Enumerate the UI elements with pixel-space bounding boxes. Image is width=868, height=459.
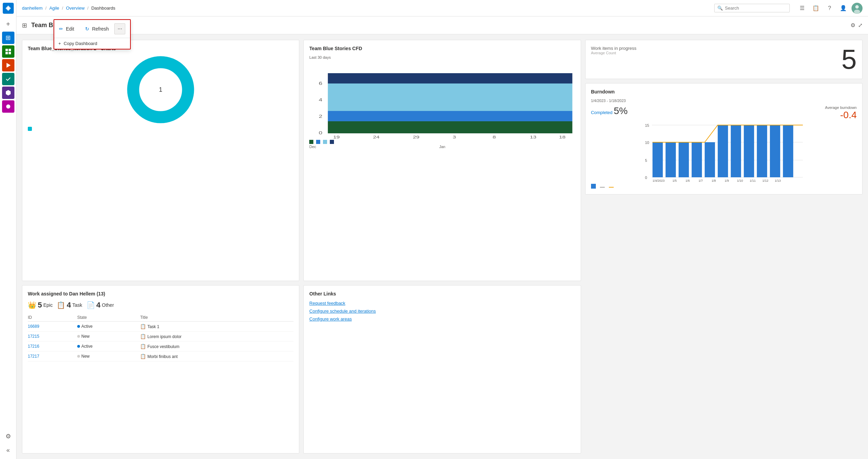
search-box[interactable]: 🔍 [714,4,790,12]
help-icon[interactable]: ? [824,3,835,14]
cfd-chart-title: Team Blue Stories CFD [309,46,362,51]
svg-text:6: 6 [319,81,322,86]
row-id[interactable]: 16689 [28,321,77,331]
add-project-button[interactable]: + [2,18,14,30]
other-link-item[interactable]: Configure work areas [309,316,575,322]
burndown-legend-gray [600,185,605,188]
donut-chart-card: Team Blue_Stories_Iteration 2 - Charts 1 [22,40,299,281]
table-row: 16689 Active 📋Task 1 [28,321,293,331]
work-count-row: 👑 5 Epic 📋 4 Task 📄 4 Other [28,301,293,310]
svg-text:10: 10 [645,141,649,145]
work-items-sublabel: Average Count [591,51,637,55]
svg-text:19: 19 [333,135,340,138]
epic-icon: 👑 [28,301,36,309]
row-id[interactable]: 17215 [28,331,77,341]
search-icon: 🔍 [717,5,723,11]
row-state: Active [77,341,140,351]
breadcrumb-agile[interactable]: Agile [49,5,59,11]
cfd-legend-dark [330,140,334,144]
more-options-button[interactable]: ··· [114,23,125,34]
svg-rect-46 [744,125,754,177]
state-dot [77,325,80,328]
svg-text:1/4/2023: 1/4/2023 [652,179,664,182]
svg-rect-22 [328,111,572,121]
svg-text:5: 5 [645,158,647,163]
epic-number: 5 [38,301,42,310]
row-id[interactable]: 17216 [28,341,77,351]
other-links-list: Request feedbackConfigure schedule and i… [309,301,575,322]
svg-text:1/5: 1/5 [672,179,677,182]
copy-plus-icon: + [58,41,61,46]
avatar[interactable] [852,3,863,14]
row-id[interactable]: 17217 [28,351,77,361]
cfd-legend-blue [316,140,320,144]
cfd-legend-green [309,140,313,144]
row-state: New [77,351,140,361]
cfd-legend-light [323,140,327,144]
table-row: 17215 New 📋Lorem ipsum dolor [28,331,293,341]
svg-rect-0 [5,49,8,51]
svg-rect-2 [5,52,8,54]
cfd-chart: 0 2 4 6 [309,63,575,138]
burndown-avg-val: -0.4 [825,110,857,121]
svg-text:15: 15 [645,123,649,127]
overview-icon[interactable]: ⊞ [2,32,14,44]
breadcrumb-sep-2: / [62,5,63,11]
table-row: 17216 Active 📋Fusce vestibulum [28,341,293,351]
svg-rect-23 [328,121,572,133]
task-icon: 📋 [140,344,146,349]
other-links-card: Other Links Request feedbackConfigure sc… [303,285,581,454]
test-icon[interactable] [2,73,14,85]
work-assigned-card: Work assigned to Dan Hellem (13) 👑 5 Epi… [22,285,299,454]
row-title: 📋Task 1 [140,321,293,331]
artifacts-icon[interactable] [2,87,14,99]
breadcrumb-danhellem[interactable]: danhellem [22,5,43,11]
other-link-item[interactable]: Configure schedule and iterations [309,309,575,314]
app-logo[interactable] [3,3,14,14]
list-icon[interactable]: ☰ [797,3,808,14]
edit-button[interactable]: Edit [66,26,74,32]
svg-text:13: 13 [530,135,536,138]
clipboard-icon[interactable]: 📋 [810,3,821,14]
svg-text:1/8: 1/8 [711,179,716,182]
svg-text:1/10: 1/10 [737,179,743,182]
svg-text:24: 24 [373,135,380,138]
svg-rect-3 [9,52,11,54]
dashboard-header: ⊞ Team Blue - Overview ▾ ☆ 👤+ ✏ Edit ↻ R… [16,16,868,34]
svg-rect-39 [652,142,663,177]
other-links-title: Other Links [309,291,575,296]
burndown-legend [591,184,857,189]
row-state: Active [77,321,140,331]
row-state: New [77,331,140,341]
donut-legend [28,127,293,131]
donut-chart: 1 [28,55,293,124]
boards-icon[interactable] [2,45,14,58]
user-icon[interactable]: 👤 [838,3,849,14]
burndown-avg-label: Average burndown [825,105,857,110]
cfd-spacer [488,145,575,149]
settings-icon[interactable]: ⚙ [2,430,14,443]
dashboard-grid-icon: ⊞ [22,22,27,29]
sidebar: + ⊞ ⚙ « [0,0,16,459]
task-icon: 📋 [140,324,146,329]
settings-gear-icon[interactable]: ⚙ [850,22,855,29]
copy-dashboard-button[interactable]: + Copy Dashboard [54,38,130,49]
breadcrumb-sep-1: / [45,5,47,11]
refresh-cycle-icon: ↻ [85,26,89,32]
nav-icons: ☰ 📋 ? 👤 [797,3,863,14]
collapse-icon[interactable]: « [2,444,14,456]
other-icon: 📄 [86,301,95,309]
breadcrumb-dashboards: Dashboards [91,5,115,11]
burndown-chart: 0 5 10 15 [591,121,857,182]
breadcrumb-overview[interactable]: Overview [66,5,84,11]
main-area: danhellem / Agile / Overview / Dashboard… [16,0,868,459]
table-row: 17217 New 📋Morbi finibus ant [28,351,293,361]
svg-text:0: 0 [645,176,647,180]
extra-icon[interactable] [2,100,14,113]
svg-text:1/13: 1/13 [775,179,781,182]
refresh-button[interactable]: Refresh [92,26,109,32]
pipelines-icon[interactable] [2,59,14,71]
other-link-item[interactable]: Request feedback [309,301,575,306]
search-input[interactable] [725,5,787,11]
fullscreen-icon[interactable]: ⤢ [858,22,863,29]
